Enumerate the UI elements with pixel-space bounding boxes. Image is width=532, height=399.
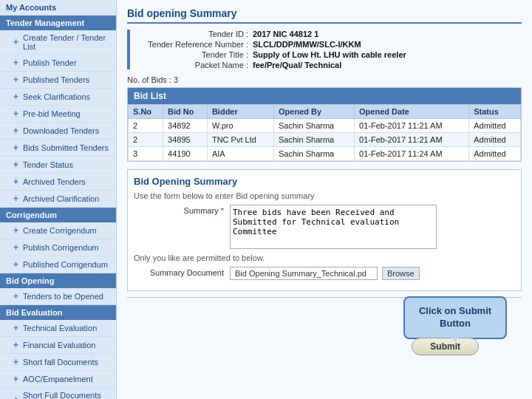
col-sno: S.No [129,105,163,119]
table-row: 234892W.proSachin Sharma01-Feb-2017 11:2… [129,119,521,133]
sidebar-item-publish-tender[interactable]: +Publish Tender [0,55,116,72]
sidebar-item-archived-clarification[interactable]: +Archived Clarification [0,191,116,208]
sidebar-item-prebid-meeting[interactable]: +Pre-bid Meeting [0,106,116,123]
col-bidder: Bidder [207,105,273,119]
download-note: Only you like are permitted to below. [134,253,515,262]
bid-list-section: Bid List S.No Bid No Bidder Opened By Op… [127,87,522,162]
tender-id-value: 2017 NIC 44812 1 [253,30,318,38]
table-row: 234895TNC Pvt LtdSachin Sharma01-Feb-201… [129,133,521,147]
sidebar-item-bids-submitted[interactable]: +Bids Submitted Tenders [0,140,116,157]
page-title: Bid opening Summary [127,7,522,24]
bid-list-header: Bid List [128,88,521,104]
summary-row: Summary * [134,205,515,249]
sidebar-header-bid-opening: Bid Opening [0,273,116,288]
sidebar: My Accounts Tender Management +Create Te… [0,0,117,399]
tender-info-block: Tender ID : 2017 NIC 44812 1 Tender Refe… [127,30,522,69]
browse-button[interactable]: Browse [382,267,420,280]
sidebar-item-create-corrigendum[interactable]: +Create Corrigendum [0,222,116,239]
sidebar-header-corrigendum: Corrigendum [0,208,116,222]
sidebar-item-my-accounts[interactable]: My Accounts [0,0,116,16]
packet-name-label: Packet Name : [137,61,248,69]
sidebar-header-bid-evaluation: Bid Evaluation [0,305,116,320]
packet-name-value: fee/Pre/Qual/ Technical [253,61,341,69]
sidebar-item-tenders-to-be-opened[interactable]: +Tenders to be Opened [0,288,116,305]
no-of-bids: No. of Bids : 3 [127,75,522,84]
sidebar-item-aoc-empanelment[interactable]: +AOC/Empanelment [0,371,116,388]
sidebar-item-published-tenders[interactable]: +Published Tenders [0,72,116,89]
bid-list-table: S.No Bid No Bidder Opened By Opened Date… [128,104,521,161]
submit-area: Click on Submit Button Submit [127,302,522,361]
submit-tooltip: Click on Submit Button [403,296,507,339]
col-opened-date: Opened Date [355,105,469,119]
summary-document-row: Summary Document Bid Opening Summary_Tec… [134,267,515,280]
bid-opening-summary-section: Bid Opening Summary Use the form below t… [127,169,522,291]
col-status: Status [469,105,521,119]
sidebar-item-publish-corrigendum[interactable]: +Publish Corrigendum [0,239,116,256]
tender-title-label: Tender Title : [137,50,248,59]
tender-title-value: Supply of Low Ht. LHU with cable reeler [253,50,406,59]
col-opened-by: Opened By [274,105,355,119]
file-input-row: Bid Opening Summary_Technical.pd Browse [230,267,420,280]
summary-document-label: Summary Document [134,267,230,277]
sidebar-header-tender-management: Tender Management [0,16,116,30]
tender-id-row: Tender ID : 2017 NIC 44812 1 [137,30,522,38]
summary-textarea[interactable] [230,205,437,249]
tender-id-label: Tender ID : [137,30,248,38]
tender-ref-row: Tender Reference Number : SLCL/DDP/MMW/S… [137,40,522,49]
sidebar-item-technical-evaluation[interactable]: +Technical Evaluation [0,320,116,337]
sidebar-item-published-corrigendum[interactable]: +Published Corrigendum [0,256,116,273]
tender-ref-value: SLCL/DDP/MMW/SLC-I/KKM [253,40,361,49]
col-bid-no: Bid No [163,105,208,119]
sidebar-item-tender-status[interactable]: +Tender Status [0,157,116,174]
sidebar-item-downloaded-tenders[interactable]: +Downloaded Tenders [0,123,116,140]
sidebar-item-financial-evaluation[interactable]: +Financial Evaluation [0,337,116,354]
sidebar-item-seek-clarifications[interactable]: +Seek Clarifications [0,89,116,106]
summary-label: Summary * [134,205,230,215]
form-instruction: Use the form below to enter Bid opening … [134,191,515,200]
submit-button[interactable]: Submit [412,338,479,355]
sidebar-item-shortfall-documents[interactable]: +Short fall Documents [0,354,116,371]
table-row: 344190AIASachin Sharma01-Feb-2017 11:24 … [129,147,521,161]
sidebar-item-archived-tenders[interactable]: +Archived Tenders [0,174,116,191]
sidebar-item-short-full-docs-history[interactable]: +Short Full Documents History [0,388,116,399]
bid-opening-summary-title: Bid Opening Summary [134,176,515,187]
tender-title-row: Tender Title : Supply of Low Ht. LHU wit… [137,50,522,59]
main-content: Bid opening Summary Tender ID : 2017 NIC… [117,0,532,399]
file-display: Bid Opening Summary_Technical.pd [230,267,378,280]
tender-ref-label: Tender Reference Number : [137,40,248,49]
packet-name-row: Packet Name : fee/Pre/Qual/ Technical [137,61,522,69]
sidebar-item-create-tender[interactable]: +Create Tender / Tender List [0,30,116,55]
